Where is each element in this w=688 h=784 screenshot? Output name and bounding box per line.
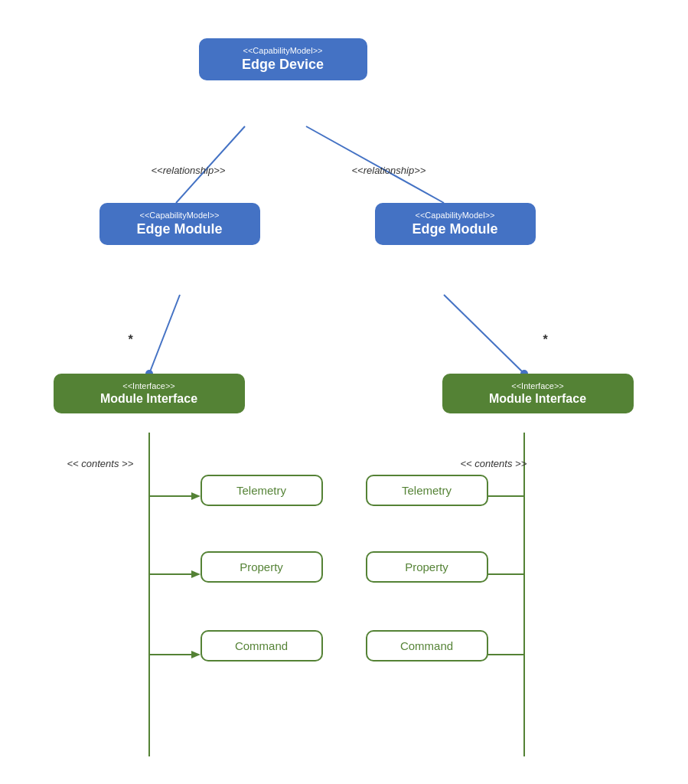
module-interface-right-node: <<Interface>> Module Interface — [442, 374, 634, 413]
svg-marker-8 — [191, 492, 201, 500]
relationship-label-right: <<relationship>> — [352, 165, 426, 176]
edge-module-left-title: Edge Module — [137, 221, 223, 237]
command-left: Command — [201, 630, 323, 662]
command-right-label: Command — [400, 639, 453, 652]
module-interface-left-node: <<Interface>> Module Interface — [54, 374, 245, 413]
telemetry-left: Telemetry — [201, 475, 323, 506]
relationship-label-left: <<relationship>> — [152, 165, 226, 176]
property-right: Property — [366, 551, 488, 583]
svg-line-2 — [149, 295, 180, 374]
edge-module-left-node: <<CapabilityModel>> Edge Module — [99, 203, 260, 245]
asterisk-left: * — [129, 333, 133, 347]
contents-label-right: << contents >> — [461, 458, 527, 469]
contents-label-left: << contents >> — [67, 458, 134, 469]
telemetry-right: Telemetry — [366, 475, 488, 506]
edge-module-right-node: <<CapabilityModel>> Edge Module — [375, 203, 536, 245]
command-right: Command — [366, 630, 488, 662]
svg-marker-10 — [191, 570, 201, 578]
telemetry-right-label: Telemetry — [402, 484, 452, 497]
command-left-label: Command — [235, 639, 288, 652]
edge-module-left-stereotype: <<CapabilityModel>> — [112, 211, 248, 220]
module-interface-left-stereotype: <<Interface>> — [66, 381, 233, 390]
module-interface-left-title: Module Interface — [100, 392, 197, 405]
edge-module-right-stereotype: <<CapabilityModel>> — [387, 211, 523, 220]
edge-device-stereotype: <<CapabilityModel>> — [211, 46, 355, 55]
diagram: <<CapabilityModel>> Edge Device <<relati… — [15, 15, 673, 766]
property-left: Property — [201, 551, 323, 583]
asterisk-right: * — [543, 333, 548, 347]
module-interface-right-stereotype: <<Interface>> — [455, 381, 621, 390]
edge-module-right-title: Edge Module — [412, 221, 498, 237]
edge-device-node: <<CapabilityModel>> Edge Device — [199, 38, 367, 80]
property-left-label: Property — [240, 560, 283, 573]
svg-line-3 — [444, 295, 524, 374]
telemetry-left-label: Telemetry — [236, 484, 286, 497]
svg-marker-12 — [191, 651, 201, 658]
module-interface-right-title: Module Interface — [489, 392, 586, 405]
edge-device-title: Edge Device — [242, 57, 324, 72]
property-right-label: Property — [405, 560, 448, 573]
